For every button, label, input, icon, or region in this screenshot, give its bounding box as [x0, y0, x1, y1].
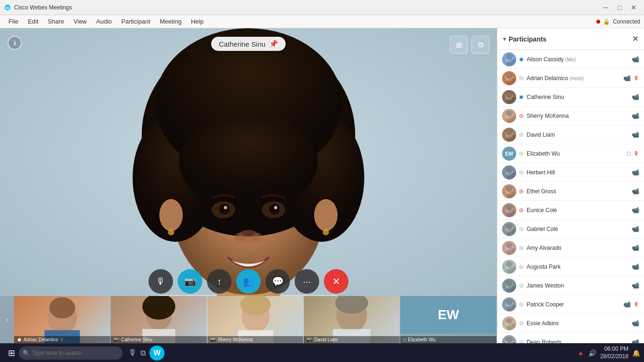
date-display: 28/02/2018 — [600, 353, 628, 361]
panel-close-button[interactable]: ✕ — [632, 34, 638, 43]
menu-help[interactable]: Help — [186, 15, 208, 28]
menu-share[interactable]: Share — [43, 15, 69, 28]
close-button[interactable]: ✕ — [627, 1, 640, 14]
participant-video-icon: 📹 — [623, 301, 631, 308]
lock-icon: 🔒 — [603, 18, 610, 25]
notification-icon[interactable]: 🔔 — [632, 349, 640, 357]
participant-video-icon: 📹 — [632, 244, 639, 251]
participants-button[interactable]: 👥 — [236, 269, 261, 294]
menu-edit[interactable]: Edit — [23, 15, 43, 28]
participant-row[interactable]: ◎Eunice Cole📹 — [497, 201, 644, 220]
menu-file[interactable]: File — [4, 15, 23, 28]
menu-meeting[interactable]: Meeting — [155, 15, 186, 28]
chevron-icon: ▾ — [503, 36, 506, 42]
participant-mic-icon: ◎ — [519, 339, 524, 343]
participant-row[interactable]: ◎Gabriel Cole📹 — [497, 220, 644, 239]
participant-row[interactable]: ◎Patrick Cooper📹🎙 — [497, 295, 644, 314]
minimize-button[interactable]: ─ — [599, 1, 612, 14]
task-view-icon[interactable]: ⧉ — [140, 349, 146, 357]
menu-view[interactable]: View — [69, 15, 91, 28]
thumb-label-catherine: 📷 Catherine Sinu — [111, 336, 207, 343]
participant-mic-icon: ◎ — [519, 226, 524, 232]
svg-point-23 — [168, 229, 174, 236]
participant-row[interactable]: ◎Ethel Gross📹 — [497, 182, 644, 201]
mute-button[interactable]: 🎙 — [149, 269, 173, 294]
thumbnail-catherine[interactable]: 📷 Catherine Sinu — [111, 296, 207, 343]
participant-row[interactable]: EW◎Elizabeth Wu□🎙 — [497, 144, 644, 163]
thumbnail-elizabeth[interactable]: EW □ Elizabeth Wu — [400, 296, 497, 343]
participant-avatar — [502, 279, 516, 293]
participant-avatar — [502, 165, 516, 180]
svg-text:W: W — [6, 6, 10, 10]
participant-name: Sherry McKenna — [527, 113, 629, 119]
participant-avatar — [502, 71, 516, 85]
participant-name: Essie Adkins — [527, 320, 629, 327]
menu-participant[interactable]: Participant — [116, 15, 155, 28]
thumbnail-david[interactable]: 📷 David Liam — [304, 296, 400, 343]
chat-button[interactable]: 💬 — [265, 269, 290, 294]
thumb-prev-button[interactable]: ‹ — [0, 296, 14, 343]
participant-row[interactable]: ◎David Liam📹 — [497, 125, 644, 144]
participant-mic-icon: ◉ — [519, 94, 524, 100]
participant-row[interactable]: ◎Augusta Park📹 — [497, 257, 644, 276]
svg-point-63 — [506, 224, 512, 230]
participant-row[interactable]: ◎Herbert Hill📹 — [497, 163, 644, 182]
maximize-button[interactable]: □ — [613, 1, 626, 14]
controls-bar: 🎙 📷 ↑ 👥 💬 ··· ✕ — [149, 269, 348, 294]
webex-taskbar-icon[interactable]: W — [149, 346, 165, 361]
more-button[interactable]: ··· — [295, 269, 319, 294]
participant-avatar — [502, 222, 516, 236]
participant-row[interactable]: ◎Dean Roberts📹 — [497, 333, 644, 343]
svg-point-16 — [224, 206, 227, 209]
participant-mic-icon: ◉ — [519, 56, 524, 62]
participant-video-icon: 📹 — [632, 320, 639, 327]
participant-row[interactable]: ◉Alison Cassidy (Me)📹 — [497, 50, 644, 69]
participant-avatar — [502, 260, 516, 274]
participant-unmute-icon: 🎙 — [634, 301, 639, 308]
start-button[interactable]: ⊞ — [4, 346, 19, 361]
participant-video-icon: □ — [627, 150, 631, 157]
participant-list: ◉Alison Cassidy (Me)📹 ◎Adrian Delamico (… — [497, 50, 644, 343]
participant-avatar — [502, 52, 516, 66]
svg-point-22 — [314, 199, 338, 231]
thumb-label-adrian: ⏺ Adrian Delamico 🎙 — [14, 336, 110, 343]
search-wrap: 🔍 — [19, 346, 123, 360]
participant-row[interactable]: ◎Adrian Delamico (Host)📹🎙 — [497, 69, 644, 88]
end-call-button[interactable]: ✕ — [324, 269, 348, 294]
participant-name: Dean Roberts — [527, 339, 629, 344]
participant-row[interactable]: ◎Sherry McKenna📹 — [497, 107, 644, 125]
participant-mic-icon: ◎ — [519, 263, 524, 270]
participant-mic-icon: ◎ — [519, 207, 524, 213]
thumbnail-adrian[interactable]: ⏺ Adrian Delamico 🎙 — [14, 296, 111, 343]
video-button[interactable]: 📷 — [178, 269, 202, 294]
info-button[interactable]: ℹ — [8, 36, 22, 50]
participant-row[interactable]: ◉Catherine Sinu📹 — [497, 88, 644, 107]
participant-row[interactable]: ◎James Weston📹 — [497, 276, 644, 295]
participant-video-icon: 📹 — [632, 93, 639, 100]
participant-video-icon: 📹 — [632, 225, 639, 232]
participant-video-icon: 📹 — [632, 112, 639, 119]
share-content-button[interactable]: ⧉ — [471, 36, 489, 54]
speaker-name-tag: Catherine Sinu 📌 — [211, 37, 286, 51]
search-input[interactable] — [19, 346, 123, 360]
participant-name: Gabriel Cole — [527, 226, 629, 232]
participant-name: Patrick Cooper — [527, 301, 620, 308]
menu-audio[interactable]: Audio — [91, 15, 116, 28]
mic-taskbar-icon[interactable]: 🎙 — [128, 348, 137, 358]
participant-avatar: EW — [502, 147, 516, 161]
participant-row[interactable]: ◎Amy Alvarado📹 — [497, 239, 644, 257]
thumbnail-sherry[interactable]: 📷 Sherry McKenna — [207, 296, 304, 343]
svg-point-72 — [506, 280, 512, 286]
window-mode-button[interactable]: ⊞ — [450, 36, 468, 54]
participant-name: Ethel Gross — [527, 188, 629, 195]
menu-bar: File Edit Share View Audio Participant M… — [0, 15, 644, 28]
thumb-label-elizabeth: □ Elizabeth Wu — [400, 336, 496, 343]
participant-unmute-icon: 🎙 — [634, 150, 639, 157]
participant-row[interactable]: ◎Essie Adkins📹 — [497, 314, 644, 333]
svg-point-48 — [506, 111, 512, 116]
connection-status: 🔒 Connected — [596, 18, 640, 25]
participant-avatar — [502, 90, 516, 104]
share-button[interactable]: ↑ — [207, 269, 231, 294]
participant-avatar — [502, 128, 516, 142]
svg-point-45 — [506, 92, 512, 98]
